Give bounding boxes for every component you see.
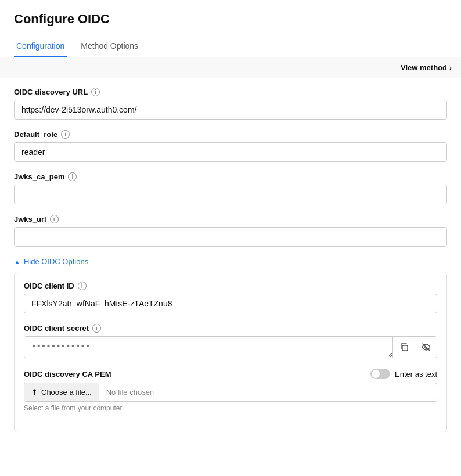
oidc-client-secret-label: OIDC client secret i <box>24 324 437 333</box>
default-role-info-icon[interactable]: i <box>61 130 70 139</box>
upload-icon: ⬆ <box>31 388 38 396</box>
oidc-client-id-field: OIDC client ID i <box>24 282 437 313</box>
tab-configuration[interactable]: Configuration <box>14 37 67 57</box>
eye-off-icon <box>422 342 431 352</box>
copy-icon <box>399 342 409 352</box>
chevron-right-icon: › <box>449 64 452 72</box>
oidc-client-secret-input[interactable] <box>24 337 392 358</box>
oidc-client-secret-field: OIDC client secret i <box>24 324 437 358</box>
page-title: Configure OIDC <box>14 12 447 27</box>
default-role-label: Default_role i <box>14 130 447 139</box>
view-method-label: View method <box>401 63 447 72</box>
view-method-link[interactable]: View method › <box>401 63 452 72</box>
jwks-ca-pem-label: Jwks_ca_pem i <box>14 172 447 181</box>
choose-file-button[interactable]: ⬆ Choose a file... <box>24 383 99 401</box>
jwks-url-field: Jwks_url i <box>14 215 447 247</box>
oidc-client-id-label: OIDC client ID i <box>24 282 437 290</box>
choose-file-label: Choose a file... <box>41 388 92 396</box>
svg-rect-0 <box>402 345 408 351</box>
enter-as-text-toggle[interactable] <box>370 369 390 379</box>
oidc-client-id-input[interactable] <box>24 294 437 313</box>
default-role-field: Default_role i <box>14 130 447 162</box>
tabs-bar: Configuration Method Options <box>0 36 461 57</box>
jwks-ca-pem-input[interactable] <box>14 185 447 204</box>
form-section: OIDC discovery URL i Default_role i Jwks… <box>14 78 447 432</box>
file-helper-text: Select a file from your computer <box>24 404 437 412</box>
jwks-url-input[interactable] <box>14 227 447 247</box>
oidc-discovery-url-info-icon[interactable]: i <box>91 88 100 96</box>
secret-field-wrapper <box>24 336 437 358</box>
oidc-ca-pem-field: OIDC discovery CA PEM Enter as text ⬆ Ch… <box>24 369 437 412</box>
oidc-discovery-url-field: OIDC discovery URL i <box>14 88 447 120</box>
ca-pem-header: OIDC discovery CA PEM Enter as text <box>24 369 437 379</box>
oidc-discovery-url-input[interactable] <box>14 100 447 120</box>
chevron-up-icon: ▲ <box>14 258 20 265</box>
jwks-url-info-icon[interactable]: i <box>50 215 59 223</box>
oidc-ca-pem-label: OIDC discovery CA PEM <box>24 370 111 378</box>
jwks-ca-pem-field: Jwks_ca_pem i <box>14 172 447 204</box>
default-role-input[interactable] <box>14 142 447 162</box>
enter-as-text-row: Enter as text <box>370 369 437 379</box>
file-name-display: No file chosen <box>99 383 437 401</box>
oidc-options-section: OIDC client ID i OIDC client secret i <box>14 272 447 432</box>
oidc-client-secret-info-icon[interactable]: i <box>92 324 101 333</box>
file-upload-row: ⬆ Choose a file... No file chosen <box>24 383 437 402</box>
hide-oidc-options-toggle[interactable]: ▲ Hide OIDC Options <box>14 257 447 266</box>
tab-method-options[interactable]: Method Options <box>78 37 141 57</box>
jwks-ca-pem-info-icon[interactable]: i <box>68 172 77 181</box>
oidc-discovery-url-label: OIDC discovery URL i <box>14 88 447 96</box>
view-method-bar: View method › <box>0 57 461 78</box>
jwks-url-label: Jwks_url i <box>14 215 447 223</box>
toggle-visibility-button[interactable] <box>415 337 437 358</box>
copy-secret-button[interactable] <box>392 337 415 358</box>
hide-options-label: Hide OIDC Options <box>24 257 88 266</box>
oidc-client-id-info-icon[interactable]: i <box>78 282 87 290</box>
enter-as-text-label: Enter as text <box>395 370 437 378</box>
